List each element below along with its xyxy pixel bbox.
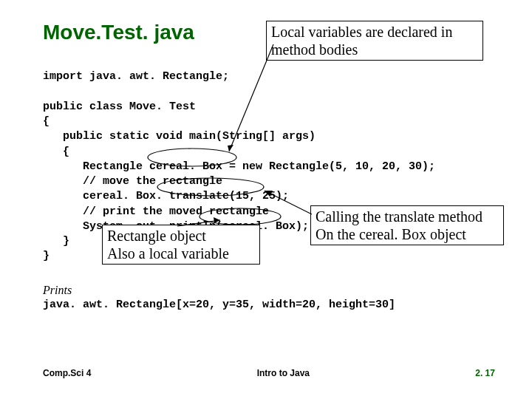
- code-line: // move the rectangle: [43, 175, 222, 188]
- code-line: // print the moved rectangle: [43, 205, 269, 218]
- footer: Comp.Sci 4 Intro to Java 2. 17: [43, 368, 495, 378]
- code-line: Rectangle cereal. Box = new Rectangle(5,…: [43, 160, 435, 173]
- code-line: }: [43, 235, 69, 248]
- callout-rectangle-object: Rectangle object Also a local variable: [102, 225, 260, 265]
- code-line: public class Move. Test: [43, 100, 196, 113]
- slide: Move.Test. java Local variables are decl…: [0, 0, 532, 399]
- callout-text: Calling the translate method: [316, 208, 482, 225]
- callout-text: Also a local variable: [107, 245, 229, 262]
- callout-translate-method: Calling the translate method On the cere…: [310, 205, 504, 245]
- callout-local-vars: Local variables are declared in method b…: [266, 21, 483, 61]
- output-line: java. awt. Rectangle[x=20, y=35, width=2…: [43, 299, 495, 311]
- prints-label: Prints: [43, 284, 495, 297]
- code-line: public static void main(String[] args): [43, 130, 316, 143]
- code-line: import java. awt. Rectangle;: [43, 70, 229, 83]
- code-line: }: [43, 250, 50, 262]
- callout-text: Rectangle object: [107, 228, 206, 244]
- callout-text: On the cereal. Box object: [316, 226, 466, 242]
- code-line: {: [43, 146, 69, 158]
- footer-center: Intro to Java: [257, 368, 310, 378]
- code-line: cereal. Box. translate(15, 25);: [43, 190, 289, 202]
- footer-page: 2. 17: [475, 368, 495, 378]
- callout-text: Local variables are declared in method b…: [271, 24, 452, 58]
- code-line: {: [43, 115, 50, 128]
- footer-left: Comp.Sci 4: [43, 368, 91, 378]
